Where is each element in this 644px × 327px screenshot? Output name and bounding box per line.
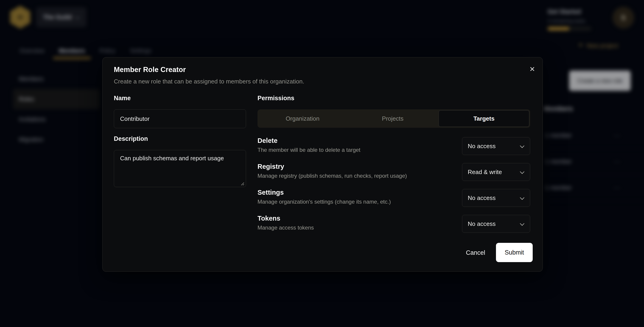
create-new-role-button[interactable]: Create a new role [569,71,631,91]
permission-text: Delete The member will be able to delete… [258,137,360,153]
org-switcher-label: The Guild [43,14,72,21]
chevron-down-icon [520,194,524,202]
role-row[interactable]: 1 member ⋯ [539,175,644,201]
permissions-rows: Delete The member will be able to delete… [258,137,530,241]
role-members-count: 1 member [545,132,572,139]
members-page-sidebar: Members Roles Invitations Migration [13,69,100,150]
get-started-subtitle: 4 remaining tasks [548,18,621,24]
permissions-tab-projects[interactable]: Projects [348,109,438,128]
plus-icon [578,42,584,49]
select-value: No access [468,143,496,150]
role-row-menu-icon[interactable]: ⋯ [614,131,621,139]
permission-text: Tokens Manage access tokens [258,215,314,231]
permission-description: Manage access tokens [258,225,314,231]
cancel-button[interactable]: Cancel [456,243,495,262]
permission-text: Settings Manage organization's settings … [258,189,391,205]
tab-settings-label: Settings [130,47,152,54]
select-value: No access [468,220,496,228]
role-row-menu-icon[interactable]: ⋯ [614,158,621,166]
dialog-title: Member Role Creator [114,66,186,74]
permissions-tab-label: Projects [382,115,404,122]
permission-row-tokens: Tokens Manage access tokens No access [258,215,530,241]
dialog-subtitle: Create a new role that can be assigned t… [114,78,304,85]
permission-description: Manage organization's settings (change i… [258,199,391,205]
select-value: Read & write [468,169,502,176]
sidebar-item-members[interactable]: Members [13,69,100,89]
active-tab-underline [53,57,91,59]
create-new-role-label: Create a new role [577,77,622,84]
app-window: The Guild Get Started 4 remaining tasks … [0,0,644,327]
permission-row-registry: Registry Manage registry (publish schema… [258,163,530,189]
tab-policy-label: Policy [100,47,116,54]
permission-row-delete: Delete The member will be able to delete… [258,137,530,163]
role-row-menu-icon[interactable]: ⋯ [614,184,621,192]
permission-title: Tokens [258,215,314,222]
sidebar-item-label: Roles [19,96,34,103]
tab-overview-label: Overview [20,47,44,54]
role-members-count: 1 member [545,158,572,165]
chevron-down-icon [520,143,524,150]
permission-title: Registry [258,163,407,170]
user-avatar-initial: S [621,13,626,22]
description-field-label: Description [114,135,148,142]
submit-button[interactable]: Submit [496,243,533,262]
role-row[interactable]: 1 member ⋯ [539,149,644,175]
close-icon[interactable]: ✕ [528,65,537,74]
new-project-button[interactable]: New project [578,42,618,49]
sidebar-item-label: Invitations [19,116,46,123]
chevron-down-icon [520,169,524,176]
permission-title: Settings [258,189,391,196]
select-value: No access [468,194,496,202]
get-started-progress-fill [548,27,570,30]
role-name-input[interactable] [114,109,246,128]
user-avatar[interactable]: S [612,7,634,28]
get-started-widget[interactable]: Get Started 4 remaining tasks [548,8,621,30]
tab-members[interactable]: Members [53,43,91,59]
permission-description: The member will be able to delete a targ… [258,147,360,153]
permission-title: Delete [258,137,360,144]
sidebar-item-migration[interactable]: Migration [13,129,100,150]
permissions-tab-label: Targets [474,115,494,122]
permissions-tab-organization[interactable]: Organization [258,109,348,128]
sidebar-item-label: Members [19,75,44,82]
permission-description: Manage registry (publish schemas, run ch… [258,173,407,179]
tokens-access-select[interactable]: No access [462,215,530,233]
permissions-label: Permissions [258,95,294,102]
org-switcher-button[interactable]: The Guild [36,7,86,27]
chevron-down-icon [75,14,80,21]
new-project-label: New project [586,42,618,49]
settings-access-select[interactable]: No access [462,189,530,207]
permission-text: Registry Manage registry (publish schema… [258,163,407,179]
hive-logo-icon[interactable] [10,6,30,28]
sidebar-item-invitations[interactable]: Invitations [13,109,100,129]
tab-members-label: Members [59,47,85,54]
roles-list: 1 member ⋯ 1 member ⋯ 1 member ⋯ [539,122,644,201]
get-started-title: Get Started [548,8,621,15]
role-members-count: 1 member [545,184,572,191]
role-row[interactable]: 1 member ⋯ [539,122,644,149]
chevron-down-icon [520,220,524,228]
sidebar-item-label: Migration [19,136,44,143]
member-role-creator-dialog: ✕ Member Role Creator Create a new role … [102,57,543,272]
registry-access-select[interactable]: Read & write [462,163,530,181]
roles-list-members-heading: Members [544,105,573,113]
tab-overview[interactable]: Overview [14,43,50,59]
permissions-tab-targets[interactable]: Targets [438,110,529,127]
name-field-label: Name [114,95,131,102]
get-started-progress-track [548,27,591,30]
role-description-textarea[interactable]: Can publish schemas and report usage [114,150,246,187]
permissions-tab-label: Organization [286,115,320,122]
sidebar-item-roles[interactable]: Roles [13,89,100,109]
delete-access-select[interactable]: No access [462,137,530,155]
permissions-tablist: Organization Projects Targets [258,109,530,128]
permission-row-settings: Settings Manage organization's settings … [258,189,530,215]
